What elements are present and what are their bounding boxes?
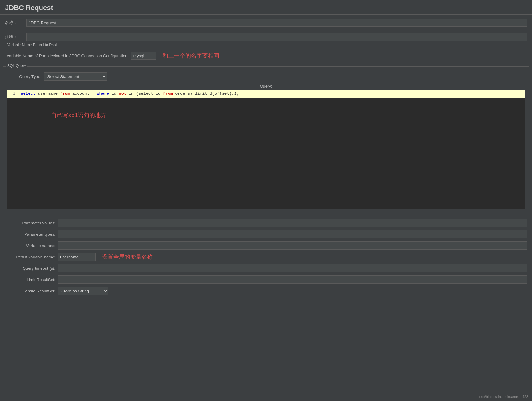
code-content-1: select username from account where id no… [18, 90, 525, 97]
limit-resultset-label: Limit ResultSet: [5, 277, 55, 282]
code-line-2 [7, 98, 525, 106]
pool-section: Variable Name Bound to Pool Variable Nam… [3, 46, 529, 64]
params-section: Parameter values: Parameter types: Varia… [0, 216, 532, 298]
result-var-label: Result variable name: [5, 255, 55, 259]
comment-label: 注释： [5, 34, 24, 40]
code-line-1: 1 select username from account where id … [7, 90, 525, 98]
name-label: 名称： [5, 20, 24, 25]
sql-section: SQL Query Query Type: Select Statement Q… [3, 66, 529, 213]
pool-annotation: 和上一个的名字要相同 [163, 52, 219, 59]
variable-names-input[interactable] [58, 241, 527, 250]
param-values-label: Parameter values: [5, 221, 55, 225]
name-input[interactable] [26, 19, 527, 27]
sql-section-label: SQL Query [6, 64, 27, 68]
param-types-label: Parameter types: [5, 232, 55, 237]
pool-section-label: Variable Name Bound to Pool [6, 43, 58, 47]
param-values-row: Parameter values: [0, 217, 532, 229]
query-timeout-label: Query timeout (s): [5, 266, 55, 271]
query-type-select[interactable]: Select Statement [44, 72, 107, 81]
pool-row: Variable Name of Pool declared in JDBC C… [7, 48, 525, 61]
variable-names-label: Variable names: [5, 243, 55, 248]
handle-resultset-label: Handle ResultSet: [5, 289, 55, 293]
variable-names-row: Variable names: [0, 240, 532, 251]
footer-url: https://blog.csdn.net/kuangshp128 [475, 395, 528, 398]
name-row: 名称： [0, 17, 532, 29]
comment-row: 注释： [0, 31, 532, 43]
result-var-row: Result variable name: 设置全局的变量名称 [0, 251, 532, 263]
query-timeout-row: Query timeout (s): [0, 263, 532, 274]
code-content-2 [18, 98, 525, 101]
pool-input[interactable] [131, 52, 156, 60]
line-number-2 [7, 98, 18, 101]
sql-annotation: 自己写sql语句的地方 [7, 106, 525, 119]
top-divider [0, 14, 532, 15]
result-var-input[interactable] [58, 253, 96, 261]
query-type-label: Query Type: [19, 74, 42, 79]
sql-editor[interactable]: 1 select username from account where id … [7, 90, 525, 209]
query-label: Query: [7, 82, 525, 90]
handle-resultset-row: Handle ResultSet: Store as String [0, 285, 532, 297]
result-var-annotation: 设置全局的变量名称 [102, 253, 153, 261]
comment-input[interactable] [26, 33, 527, 41]
page-title: JDBC Request [0, 0, 532, 14]
limit-resultset-row: Limit ResultSet: [0, 274, 532, 285]
query-timeout-input[interactable] [58, 264, 527, 272]
query-type-row: Query Type: Select Statement [7, 69, 525, 82]
line-number-1: 1 [7, 90, 18, 97]
limit-resultset-input[interactable] [58, 275, 527, 284]
pool-declared-label: Variable Name of Pool declared in JDBC C… [7, 54, 129, 58]
comment-divider [0, 43, 532, 43]
param-values-input[interactable] [58, 219, 527, 227]
param-types-row: Parameter types: [0, 229, 532, 240]
handle-resultset-select[interactable]: Store as String [58, 287, 108, 295]
param-types-input[interactable] [58, 230, 527, 238]
name-divider [0, 29, 532, 29]
